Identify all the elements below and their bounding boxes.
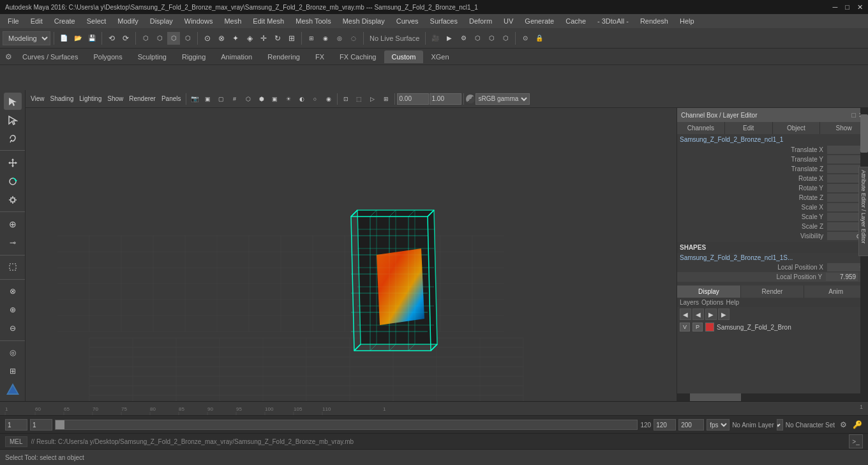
menu-cache[interactable]: Cache bbox=[560, 16, 591, 26]
cb-expand-icon[interactable]: □ bbox=[851, 111, 856, 119]
select-by-object-icon[interactable]: ⬡ bbox=[167, 32, 180, 45]
cb-scrollbar-thumb[interactable] bbox=[860, 114, 868, 153]
snap-to-grid-icon[interactable]: ⊞ bbox=[4, 363, 22, 380]
tab-custom[interactable]: Custom bbox=[384, 50, 424, 63]
tab-xgen[interactable]: XGen bbox=[423, 50, 456, 63]
gamma-input[interactable]: 1.00 bbox=[430, 93, 461, 105]
cb-tab-channels[interactable]: Channels bbox=[677, 122, 725, 134]
exposure-input[interactable]: 0.00 bbox=[397, 93, 429, 105]
renderer-menu[interactable]: Renderer bbox=[126, 94, 158, 103]
layer-left-arrow2[interactable]: ◀ bbox=[692, 309, 704, 320]
maximize-button[interactable]: □ bbox=[845, 3, 849, 11]
anim-icon[interactable]: ▷ bbox=[366, 93, 379, 105]
layer-menu-layers[interactable]: Layers bbox=[680, 299, 699, 306]
layer-menu-help[interactable]: Help bbox=[726, 299, 739, 306]
layer-tab-display[interactable]: Display bbox=[677, 286, 741, 298]
panels-menu[interactable]: Panels bbox=[159, 94, 184, 103]
cb-hscrollbar-thumb[interactable] bbox=[690, 393, 741, 401]
tab-fx-caching[interactable]: FX Caching bbox=[332, 50, 384, 63]
redo-icon[interactable]: ⟳ bbox=[119, 32, 132, 45]
timeline-slider[interactable] bbox=[55, 420, 638, 430]
menu-display[interactable]: Display bbox=[145, 16, 178, 26]
render-current-icon[interactable]: 🎥 bbox=[429, 32, 442, 45]
select-none-icon[interactable]: ⊖ bbox=[4, 320, 22, 337]
tab-rigging[interactable]: Rigging bbox=[174, 50, 213, 63]
gamma-selector[interactable]: sRGB gamma bbox=[475, 93, 530, 105]
move-tool-icon[interactable] bbox=[4, 154, 22, 171]
snap-view-icon[interactable]: ◌ bbox=[347, 32, 360, 45]
render-view-icon[interactable]: ⬡ bbox=[485, 32, 498, 45]
close-button[interactable]: ✕ bbox=[857, 3, 863, 11]
film-gate-icon[interactable]: ▣ bbox=[202, 93, 214, 105]
layer-menu-options[interactable]: Options bbox=[701, 299, 723, 306]
menu-mesh[interactable]: Mesh bbox=[219, 16, 246, 26]
menu-file[interactable]: File bbox=[3, 16, 24, 26]
menu-mesh-display[interactable]: Mesh Display bbox=[338, 16, 390, 26]
isolate-icon[interactable]: ⊡ bbox=[340, 93, 352, 105]
show-hide-icon[interactable]: ⊙ bbox=[519, 32, 532, 45]
cb-value-tx[interactable] bbox=[827, 146, 865, 154]
layer-v-btn[interactable]: V bbox=[680, 323, 690, 332]
select-by-component-icon[interactable]: ⬡ bbox=[139, 32, 152, 45]
undo-icon[interactable]: ⟲ bbox=[105, 32, 118, 45]
cb-value-lpx[interactable] bbox=[827, 263, 865, 271]
tab-animation[interactable]: Animation bbox=[213, 50, 260, 63]
snap-to-point-icon[interactable]: ◎ bbox=[4, 344, 22, 362]
menu-edit[interactable]: Edit bbox=[26, 16, 48, 26]
move-icon[interactable]: ✛ bbox=[257, 32, 270, 45]
layer-right-arrow2[interactable]: ▶ bbox=[718, 309, 730, 320]
frame-start-input[interactable] bbox=[30, 419, 52, 431]
sculpt-icon[interactable]: ◈ bbox=[243, 32, 256, 45]
lasso-tool-icon[interactable]: ⊙ bbox=[201, 32, 214, 45]
show-manipulator-icon[interactable]: ⊗ bbox=[4, 283, 22, 300]
camera-icon[interactable]: 📷 bbox=[188, 93, 201, 105]
frame-end-input[interactable] bbox=[654, 419, 676, 431]
layer-tab-render[interactable]: Render bbox=[741, 286, 805, 298]
wireframe-icon[interactable]: ⬡ bbox=[242, 93, 255, 105]
menu-modify[interactable]: Modify bbox=[112, 16, 143, 26]
ambient-icon[interactable]: ○ bbox=[309, 93, 322, 105]
paint-select-icon[interactable]: ⊗ bbox=[215, 32, 228, 45]
snap-point-icon[interactable]: ◎ bbox=[333, 32, 346, 45]
menu-3dto-all[interactable]: - 3DtoAll - bbox=[592, 16, 634, 26]
cb-tab-object[interactable]: Object bbox=[773, 122, 821, 134]
rotate-icon[interactable]: ↻ bbox=[271, 32, 284, 45]
menu-generate[interactable]: Generate bbox=[520, 16, 559, 26]
layer-color-swatch[interactable] bbox=[705, 323, 714, 332]
bb-icon[interactable]: ⬚ bbox=[353, 93, 366, 105]
snap-grid-icon[interactable]: ⊞ bbox=[305, 32, 318, 45]
color-management-icon[interactable] bbox=[466, 95, 475, 103]
menu-mesh-tools[interactable]: Mesh Tools bbox=[290, 16, 336, 26]
cb-value-ty[interactable] bbox=[827, 155, 865, 164]
menu-create[interactable]: Create bbox=[49, 16, 80, 26]
ipr-render-icon[interactable]: ▶ bbox=[443, 32, 456, 45]
anim-layer-selector[interactable] bbox=[777, 419, 783, 431]
mode-selector[interactable]: Modeling bbox=[3, 31, 50, 45]
universal-manipulator-icon[interactable]: ⊕ bbox=[4, 215, 22, 232]
xray-icon[interactable]: ◉ bbox=[322, 93, 335, 105]
paint-select-tool-icon[interactable] bbox=[4, 111, 22, 128]
menu-edit-mesh[interactable]: Edit Mesh bbox=[248, 16, 289, 26]
timeline-slider-thumb[interactable] bbox=[56, 420, 64, 429]
save-file-icon[interactable]: 💾 bbox=[86, 32, 98, 45]
rotate-tool-icon[interactable] bbox=[4, 172, 22, 190]
lasso-tool-icon[interactable] bbox=[4, 130, 22, 147]
tab-sculpting[interactable]: Sculpting bbox=[130, 50, 174, 63]
render-settings-icon[interactable]: ⚙ bbox=[457, 32, 470, 45]
grid-toggle-icon[interactable]: # bbox=[228, 93, 241, 105]
show-menu[interactable]: Show bbox=[105, 94, 126, 103]
shading-menu[interactable]: Shading bbox=[48, 94, 77, 103]
current-frame-input[interactable] bbox=[5, 419, 27, 431]
script-editor-icon[interactable]: >_ bbox=[849, 434, 863, 448]
menu-select[interactable]: Select bbox=[82, 16, 112, 26]
snap-curve-icon[interactable]: ◉ bbox=[319, 32, 332, 45]
scale-tool-icon[interactable] bbox=[4, 191, 22, 208]
timeline-key-icon[interactable]: 🔑 bbox=[851, 419, 863, 431]
gear-icon[interactable]: ⚙ bbox=[3, 50, 15, 64]
select-tool-icon[interactable] bbox=[4, 93, 22, 110]
select-by-uv-icon[interactable]: ⬡ bbox=[181, 32, 194, 45]
select-by-hierarchy-icon[interactable]: ⬡ bbox=[153, 32, 166, 45]
script-mode-label[interactable]: MEL bbox=[5, 436, 27, 447]
tab-curves-surfaces[interactable]: Curves / Surfaces bbox=[15, 50, 86, 63]
open-file-icon[interactable]: 📂 bbox=[71, 32, 84, 45]
